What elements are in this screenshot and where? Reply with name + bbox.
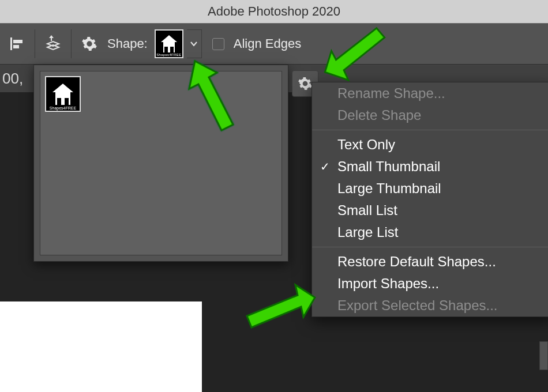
gear-icon xyxy=(298,76,313,91)
svg-rect-0 xyxy=(10,37,12,50)
house-icon xyxy=(161,35,177,42)
align-icon[interactable] xyxy=(5,32,29,56)
svg-rect-1 xyxy=(13,40,22,43)
menu-separator xyxy=(312,247,548,247)
annotation-arrow xyxy=(241,282,322,340)
menu-item-label: Text Only xyxy=(337,137,395,153)
align-edges-label: Align Edges xyxy=(234,36,301,51)
menu-item-label: Restore Default Shapes... xyxy=(337,254,496,270)
svg-rect-2 xyxy=(13,45,19,48)
check-icon: ✓ xyxy=(320,160,330,174)
menu-item-label: Small List xyxy=(337,202,397,218)
separator xyxy=(35,29,35,58)
menu-delete-shape: Delete Shape xyxy=(312,104,548,126)
menu-text-only[interactable]: Text Only xyxy=(312,134,548,156)
svg-rect-4 xyxy=(51,38,52,41)
svg-marker-3 xyxy=(49,35,54,38)
menu-large-list[interactable]: Large List xyxy=(312,221,548,243)
menu-item-label: Large List xyxy=(337,224,398,240)
shape-label: Shape: xyxy=(107,36,148,51)
menu-item-label: Rename Shape... xyxy=(337,85,445,101)
shape-picker-grid[interactable]: Shapes4FREE xyxy=(40,71,282,255)
menu-rename-shape: Rename Shape... xyxy=(312,82,548,104)
layers-arrange-icon[interactable] xyxy=(41,32,65,56)
menu-separator xyxy=(312,130,548,130)
svg-marker-9 xyxy=(247,285,315,327)
menu-item-label: Small Thumbnail xyxy=(337,159,440,175)
shape-dropdown-caret[interactable] xyxy=(187,29,202,58)
chevron-down-icon xyxy=(190,40,198,48)
menu-item-label: Import Shapes... xyxy=(337,276,439,292)
menu-restore-default-shapes[interactable]: Restore Default Shapes... xyxy=(312,251,548,273)
house-icon xyxy=(52,84,73,92)
shape-thumbnail[interactable]: Shapes4FREE xyxy=(45,76,81,112)
gear-icon[interactable] xyxy=(77,32,102,56)
shape-swatch-caption: Shapes4FREE xyxy=(156,53,182,56)
shape-swatch[interactable]: Shapes4FREE xyxy=(155,29,183,58)
menu-item-label: Large Thumbnail xyxy=(337,180,441,197)
canvas-document xyxy=(0,301,202,392)
menu-small-list[interactable]: Small List xyxy=(312,199,548,221)
app-title: Adobe Photoshop 2020 xyxy=(208,4,340,19)
align-edges-checkbox[interactable] xyxy=(212,38,224,50)
menu-export-selected-shapes: Export Selected Shapes... xyxy=(312,295,548,316)
separator xyxy=(71,29,72,58)
menu-item-label: Export Selected Shapes... xyxy=(337,297,498,314)
shape-options-menu: Rename Shape... Delete Shape Text Only ✓… xyxy=(311,82,548,317)
vertical-scrollbar[interactable] xyxy=(539,341,548,370)
menu-large-thumbnail[interactable]: Large Thumbnail xyxy=(312,178,548,199)
menu-small-thumbnail[interactable]: ✓Small Thumbnail xyxy=(312,156,548,178)
titlebar: Adobe Photoshop 2020 xyxy=(0,0,548,23)
menu-item-label: Delete Shape xyxy=(337,107,421,123)
shape-thumb-caption: Shapes4FREE xyxy=(46,106,80,110)
options-bar: Shape: Shapes4FREE Align Edges xyxy=(0,23,548,65)
menu-import-shapes[interactable]: Import Shapes... xyxy=(312,273,548,295)
house-body-icon xyxy=(163,42,175,52)
tab-fragment: 00, xyxy=(2,70,23,88)
house-body-icon xyxy=(55,92,70,105)
shape-picker-panel: Shapes4FREE xyxy=(33,65,288,262)
